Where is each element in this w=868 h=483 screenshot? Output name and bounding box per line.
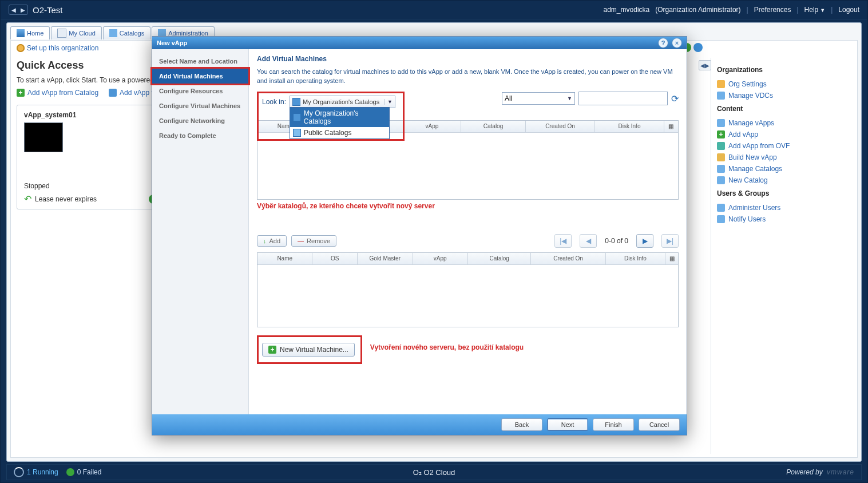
step-add-vms[interactable]: Add Virtual Machines xyxy=(152,69,248,84)
chevron-down-icon: ▼ xyxy=(385,99,393,105)
col-disk[interactable]: Disk Info xyxy=(595,121,664,132)
step-config-vms[interactable]: Configure Virtual Machines xyxy=(152,98,248,113)
col-disk[interactable]: Disk Info xyxy=(606,253,665,264)
step-config-net[interactable]: Configure Networking xyxy=(152,113,248,128)
pager-prev[interactable]: ◀ xyxy=(580,234,597,248)
col-name[interactable]: Name xyxy=(257,253,312,264)
pager-last[interactable]: ▶| xyxy=(661,234,679,248)
panel-intro: You can search the catalog for virtual m… xyxy=(257,68,679,86)
catalog-db-icon xyxy=(293,129,301,137)
refresh-button[interactable]: ⟳ xyxy=(671,93,679,104)
modal-overlay: New vApp ? × Select Name and Location Ad… xyxy=(1,1,867,482)
col-catalog[interactable]: Catalog xyxy=(461,121,526,132)
new-vm-highlight: +New Virtual Machine... xyxy=(257,335,362,364)
add-button[interactable]: ↓Add xyxy=(257,235,287,247)
panel-heading: Add Virtual Machines xyxy=(257,55,679,63)
step-ready[interactable]: Ready to Complete xyxy=(152,128,248,143)
pager-next[interactable]: ▶ xyxy=(636,234,653,248)
selected-grid: Name OS Gold Master vApp Catalog Created… xyxy=(257,252,679,327)
modal-help-button[interactable]: ? xyxy=(658,38,668,48)
catalog-grid-body xyxy=(257,133,678,199)
col-config-icon[interactable]: ▦ xyxy=(665,253,678,264)
col-vapp[interactable]: vApp xyxy=(403,121,461,132)
filter-select[interactable]: All▼ xyxy=(502,92,575,105)
lookin-dropdown: My Organization's Catalogs Public Catalo… xyxy=(290,107,390,139)
lookin-label: Look in: xyxy=(262,98,286,106)
catalog-db-icon xyxy=(292,98,300,106)
step-config-res[interactable]: Configure Resources xyxy=(152,84,248,98)
annotation-newvm: Vytvoření nového serveru, bez použití ka… xyxy=(370,343,524,351)
arrow-down-icon: ↓ xyxy=(263,237,267,244)
cancel-button[interactable]: Cancel xyxy=(639,418,680,431)
remove-button[interactable]: —Remove xyxy=(291,235,336,247)
lookin-combo[interactable]: My Organization's Catalogs ▼ My Organiza… xyxy=(290,96,395,108)
next-button[interactable]: Next xyxy=(547,418,588,431)
col-created[interactable]: Created On xyxy=(531,253,605,264)
col-os[interactable]: OS xyxy=(312,253,358,264)
finish-button[interactable]: Finish xyxy=(593,418,634,431)
modal-title: New vApp xyxy=(157,39,187,46)
minus-icon: — xyxy=(298,237,304,244)
back-button[interactable]: Back xyxy=(501,418,542,431)
lookin-option-public[interactable]: Public Catalogs xyxy=(290,127,389,138)
col-config-icon[interactable]: ▦ xyxy=(664,121,677,132)
pager-first[interactable]: |◀ xyxy=(554,234,572,248)
catalog-db-icon xyxy=(293,113,301,121)
filter-input[interactable] xyxy=(578,92,668,105)
col-catalog[interactable]: Catalog xyxy=(468,253,531,264)
col-gm[interactable]: Gold Master xyxy=(358,253,413,264)
col-created[interactable]: Created On xyxy=(526,121,595,132)
selected-grid-body xyxy=(257,265,678,327)
wizard-steps: Select Name and Location Add Virtual Mac… xyxy=(152,49,249,414)
plus-icon: + xyxy=(268,346,276,354)
lookin-selected: My Organization's Catalogs xyxy=(303,98,379,105)
new-vm-button[interactable]: +New Virtual Machine... xyxy=(262,343,355,357)
new-vapp-modal: New vApp ? × Select Name and Location Ad… xyxy=(152,36,687,436)
modal-close-button[interactable]: × xyxy=(672,38,682,48)
pager-text: 0-0 of 0 xyxy=(605,237,628,245)
lookin-option-org[interactable]: My Organization's Catalogs xyxy=(290,108,389,127)
annotation-catalog: Výběr katalogů, ze kterého chcete vytvoř… xyxy=(257,202,679,210)
col-vapp[interactable]: vApp xyxy=(413,253,468,264)
